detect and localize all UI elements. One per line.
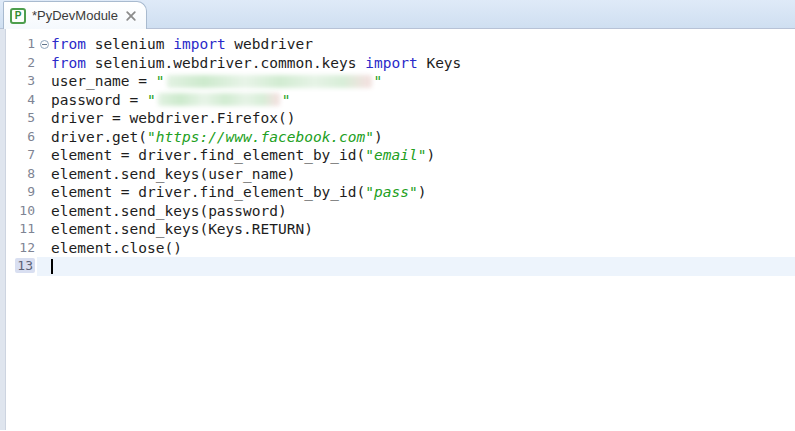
code-token-plain: element = driver.find_element_by_id( bbox=[51, 183, 365, 202]
line-number: 1 bbox=[6, 35, 35, 54]
code-token-plain: element.send_keys(password) bbox=[51, 202, 287, 221]
text-cursor bbox=[51, 259, 53, 274]
line-number: 13 bbox=[6, 257, 35, 276]
code-line[interactable]: element = driver.find_element_by_id("pas… bbox=[37, 183, 795, 202]
code-token-plain: user_name = bbox=[51, 72, 156, 91]
line-number: 10 bbox=[6, 202, 35, 221]
code-token-plain: selenium.webdriver.common.keys bbox=[86, 54, 365, 73]
code-token-keyword: from bbox=[51, 35, 86, 54]
code-line[interactable]: from selenium import webdriver bbox=[37, 35, 795, 54]
code-line[interactable]: from selenium.webdriver.common.keys impo… bbox=[37, 54, 795, 73]
code-line[interactable]: element = driver.find_element_by_id("ema… bbox=[37, 146, 795, 165]
code-line[interactable]: element.send_keys(Keys.RETURN) bbox=[37, 220, 795, 239]
code-token-plain: element.close() bbox=[51, 239, 182, 258]
redacted-text bbox=[167, 75, 372, 88]
code-lines[interactable]: from selenium import webdriverfrom selen… bbox=[37, 29, 795, 430]
code-token-plain: ) bbox=[418, 183, 427, 202]
code-token-plain: element.send_keys(Keys.RETURN) bbox=[51, 220, 313, 239]
line-number: 6 bbox=[6, 128, 35, 147]
code-token-plain: ) bbox=[374, 128, 383, 147]
code-token-keyword: import bbox=[365, 54, 417, 73]
line-number: 7 bbox=[6, 146, 35, 165]
code-token-plain: element = driver.find_element_by_id( bbox=[51, 146, 365, 165]
line-number: 11 bbox=[6, 220, 35, 239]
code-token-plain: driver = webdriver.Firefox() bbox=[51, 109, 295, 128]
tab-bar: P *PyDevModule bbox=[0, 0, 795, 29]
code-token-string: "pass" bbox=[365, 183, 417, 202]
line-number: 12 bbox=[6, 239, 35, 258]
code-line[interactable]: driver = webdriver.Firefox() bbox=[37, 109, 795, 128]
fold-collapse-icon[interactable] bbox=[37, 40, 51, 49]
tab-pydevmodule[interactable]: P *PyDevModule bbox=[3, 1, 147, 29]
line-number: 8 bbox=[6, 165, 35, 184]
code-editor[interactable]: 12345678910111213 from selenium import w… bbox=[0, 29, 795, 430]
code-line[interactable]: driver.get("https://www.facebook.com") bbox=[37, 128, 795, 147]
code-line[interactable] bbox=[37, 257, 795, 276]
code-line[interactable]: user_name = "" bbox=[37, 72, 795, 91]
line-number: 2 bbox=[6, 54, 35, 73]
tab-title: *PyDevModule bbox=[32, 8, 118, 23]
editor-window: P *PyDevModule 12345678910111213 from se… bbox=[0, 0, 795, 430]
line-number: 4 bbox=[6, 91, 35, 110]
code-token-keyword: from bbox=[51, 54, 86, 73]
code-line[interactable]: element.send_keys(password) bbox=[37, 202, 795, 221]
line-number: 9 bbox=[6, 183, 35, 202]
code-line[interactable]: password = "" bbox=[37, 91, 795, 110]
line-number: 3 bbox=[6, 72, 35, 91]
line-number: 5 bbox=[6, 109, 35, 128]
code-line[interactable]: element.send_keys(user_name) bbox=[37, 165, 795, 184]
close-icon[interactable] bbox=[124, 9, 138, 23]
code-token-keyword: import bbox=[173, 35, 225, 54]
code-token-string: "https://www.facebook.com" bbox=[147, 128, 374, 147]
code-token-plain: selenium bbox=[86, 35, 173, 54]
code-token-plain: webdriver bbox=[226, 35, 313, 54]
code-token-plain: driver.get( bbox=[51, 128, 147, 147]
code-token-string: " bbox=[156, 72, 165, 91]
code-token-plain: Keys bbox=[418, 54, 462, 73]
code-token-plain: ) bbox=[426, 146, 435, 165]
code-line[interactable]: element.close() bbox=[37, 239, 795, 258]
code-token-string: " bbox=[147, 91, 156, 110]
code-token-string: "email" bbox=[365, 146, 426, 165]
code-token-string: " bbox=[374, 72, 383, 91]
code-token-plain: element.send_keys(user_name) bbox=[51, 165, 295, 184]
gutter: 12345678910111213 bbox=[6, 29, 37, 430]
code-token-string: " bbox=[282, 91, 291, 110]
pydev-file-icon: P bbox=[10, 8, 26, 24]
redacted-text bbox=[158, 93, 280, 106]
code-token-plain: password = bbox=[51, 91, 147, 110]
